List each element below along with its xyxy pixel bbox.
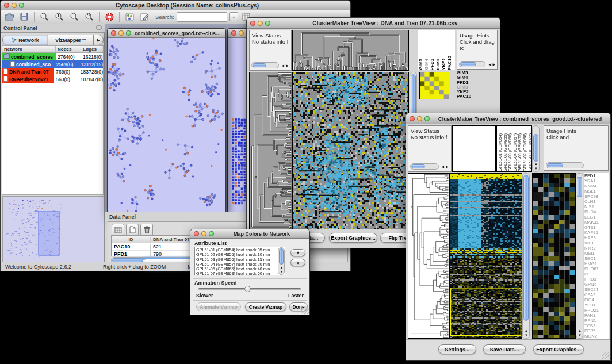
column-label[interactable]: GPL51-08 (GSM872) [528, 133, 531, 171]
usage-hints-hscrollbar[interactable] [546, 162, 584, 168]
hscroll-thumb[interactable] [460, 62, 476, 66]
col-edges[interactable]: Edges [81, 46, 103, 52]
column-label[interactable]: PAC10 [447, 56, 453, 70]
tv1-export-graphics-button[interactable]: Export Graphics... [329, 233, 377, 243]
vscroll-thumb[interactable] [523, 175, 529, 321]
scroll-down-icon[interactable]: ▼ [578, 334, 582, 337]
tv2-column-dendrogram-area[interactable] [452, 125, 496, 172]
gene-label[interactable]: HMG1 [584, 261, 609, 266]
network-view-1[interactable] [108, 38, 225, 213]
view-status-hscrollbar[interactable] [251, 62, 279, 68]
tv2-save-data-button[interactable]: Save Data... [483, 344, 526, 354]
row-label[interactable]: PAC10 [457, 94, 483, 99]
scroll-left-icon[interactable]: ◀ [441, 165, 444, 168]
tv2-column-labels-vscrollbar[interactable]: ▲ ▼ [532, 125, 540, 172]
gene-label[interactable]: GTB1 [584, 225, 609, 230]
scroll-right-icon[interactable]: ▶ [446, 165, 449, 168]
gene-label[interactable]: HRD3 [584, 277, 609, 282]
col-id[interactable]: ID [112, 237, 151, 242]
attribute-item[interactable]: GPL51-07 (GSM868) heat shock 60 min [196, 271, 284, 275]
minimize-button[interactable] [239, 30, 244, 36]
col-network[interactable]: Network [2, 46, 56, 52]
gene-label[interactable]: ELG1 [584, 214, 609, 220]
new-attribute-button[interactable] [126, 224, 139, 236]
dialog-titlebar[interactable]: Map Colors to Network [190, 229, 309, 239]
tab-overflow-button[interactable]: ▶ [93, 35, 103, 45]
tv2-main-heatmap[interactable] [449, 173, 522, 339]
gene-label[interactable]: SEC24 [584, 287, 609, 292]
gene-label[interactable]: BUD4 [584, 209, 609, 214]
tv2-row-dendrogram[interactable] [408, 173, 449, 339]
zoom-selected-button[interactable] [83, 11, 95, 22]
scroll-down-icon[interactable]: ▼ [525, 334, 528, 337]
hscroll-thumb[interactable] [411, 164, 425, 168]
column-label[interactable]: GIM4 [424, 59, 430, 70]
close-button[interactable] [250, 21, 255, 26]
tv1-row-dendrogram[interactable] [249, 72, 292, 229]
column-label[interactable]: GPL51-01 (GSM854) [498, 133, 503, 171]
hscroll-thumb[interactable] [253, 63, 266, 67]
network-overview-canvas[interactable] [3, 197, 102, 260]
gene-label[interactable]: KAP95 [584, 230, 609, 235]
animate-vizmap-button[interactable]: Animate Vizmap [196, 302, 241, 311]
search-input[interactable] [177, 12, 227, 22]
column-label[interactable]: GPL51-07 (GSM868) [523, 133, 528, 171]
tab-vizmapper[interactable]: VizMapper™ [48, 35, 93, 45]
scroll-right-icon[interactable]: ▶ [286, 64, 289, 67]
scroll-up-icon[interactable]: ▲ [280, 266, 283, 269]
gene-label[interactable]: CLN1 [584, 199, 609, 204]
zoom-button[interactable] [424, 116, 430, 121]
gene-label[interactable]: PUF3 [584, 271, 609, 277]
network-row[interactable]: combined_scores2764(0)16218(0) [2, 53, 103, 60]
gene-label[interactable]: MSI1 [584, 251, 609, 256]
tv1-column-dendrogram[interactable] [292, 30, 409, 71]
close-button[interactable] [194, 231, 199, 236]
col-nodes[interactable]: Nodes [56, 46, 81, 52]
table-mode-button[interactable] [112, 224, 124, 236]
zoom-button[interactable] [126, 30, 131, 36]
gene-label[interactable]: PEP5 [584, 328, 609, 334]
network-row[interactable]: DNA and Tran 07769(0)183728(0) [2, 68, 103, 75]
gene-label[interactable]: RPN1 [584, 318, 609, 323]
gene-label[interactable]: FIG4 [584, 297, 609, 302]
tv1-main-heatmap[interactable] [292, 72, 409, 229]
minimize-button[interactable] [258, 21, 263, 26]
gene-label[interactable]: HAP3 [584, 235, 609, 240]
gene-label[interactable]: RPO21 [584, 308, 609, 313]
tv2-export-graphics-button[interactable]: Export Graphics... [533, 344, 584, 354]
resize-grip[interactable] [301, 306, 309, 314]
column-label[interactable]: YKE2 [441, 58, 447, 70]
gene-label[interactable]: NTR2 [584, 246, 609, 251]
column-label[interactable]: GPL51-02 (GSM855) [503, 133, 508, 171]
annotation-button[interactable] [138, 11, 151, 22]
gene-label[interactable]: PHO81 [584, 266, 609, 271]
scroll-up-icon[interactable]: ▲ [525, 329, 528, 332]
tv1-cluster-matrix[interactable] [419, 72, 449, 99]
resize-grip[interactable] [602, 352, 610, 359]
gene-label[interactable]: MON2 [584, 334, 609, 339]
zoom-button[interactable] [209, 231, 214, 236]
move-down-button[interactable]: ∨ [290, 259, 305, 266]
close-button[interactable] [231, 30, 236, 36]
zoom-in-button[interactable] [53, 11, 66, 22]
tv2-zoom-vscrollbar[interactable]: ▲ ▼ [576, 173, 583, 339]
vscroll-thumb[interactable] [533, 134, 538, 162]
tv2-zoom-heatmap[interactable] [532, 173, 576, 339]
gene-label[interactable]: VIP1 [584, 240, 609, 246]
cytoscape-titlebar[interactable]: Cytoscape Desktop (Session Name: collins… [1, 1, 350, 10]
save-session-button[interactable] [18, 11, 30, 22]
scroll-left-icon[interactable]: ◀ [488, 63, 491, 66]
vizmapper-shortcut-button[interactable] [123, 11, 136, 22]
gene-label[interactable]: NIS1 [584, 204, 609, 209]
gene-label[interactable]: CPA2 [584, 292, 609, 297]
minimize-button[interactable] [417, 116, 422, 121]
scroll-up-icon[interactable]: ▲ [534, 162, 538, 166]
column-label[interactable]: GIM3 [435, 59, 441, 70]
zoom-fit-button[interactable] [68, 11, 81, 22]
zoom-out-button[interactable] [38, 11, 51, 22]
column-label[interactable]: GPL51-06 (GSM865) [518, 133, 523, 171]
gene-label[interactable]: SPC98 [584, 194, 609, 199]
view-status-hscrollbar[interactable] [410, 163, 439, 170]
vscroll-thumb[interactable] [279, 248, 284, 265]
gene-label[interactable]: YSH1 [584, 302, 609, 308]
